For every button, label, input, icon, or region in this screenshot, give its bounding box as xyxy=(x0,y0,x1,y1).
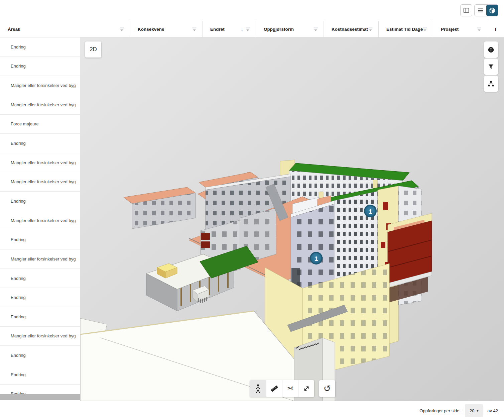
building-model-canvas[interactable]: 1 1 xyxy=(80,37,504,401)
table-row[interactable]: Endring xyxy=(0,192,80,211)
sitemap-icon xyxy=(487,80,495,88)
red-balcony xyxy=(201,241,210,248)
hamburger-icon xyxy=(477,7,484,14)
caret-down-icon: ▾ xyxy=(477,409,478,413)
fit-extents-button[interactable] xyxy=(298,380,314,397)
column-header-arsak[interactable]: Årsak xyxy=(0,21,130,37)
scissors-icon: ✂ xyxy=(287,385,293,392)
expand-arrows-icon xyxy=(303,385,310,392)
table-row[interactable]: Endring xyxy=(0,288,80,307)
table-row[interactable]: Endring xyxy=(0,134,80,153)
page-size-value: 20 xyxy=(470,408,474,413)
filter-lines-icon[interactable] xyxy=(477,27,482,31)
filter-button[interactable] xyxy=(484,59,498,75)
funnel-icon xyxy=(487,63,495,71)
column-label: I xyxy=(495,27,496,32)
viewer-bottom-toolbar: ✂ ↺ xyxy=(250,380,335,397)
table-row[interactable]: Mangler eller forsinkelser ved byg xyxy=(0,327,80,346)
column-header-endret[interactable]: Endret ↓ xyxy=(202,21,256,37)
column-header-kostnadsestimat[interactable]: Kostnadsestimat xyxy=(324,21,378,37)
split-view-button[interactable] xyxy=(460,4,472,16)
topbar xyxy=(0,0,504,21)
table-row[interactable]: Endring xyxy=(0,307,80,327)
column-label: Årsak xyxy=(8,27,20,32)
mode-2d-button[interactable]: 2D xyxy=(85,41,101,58)
sort-desc-icon[interactable]: ↓ xyxy=(241,27,244,32)
person-icon xyxy=(255,384,261,393)
column-header-konsekvens[interactable]: Konsekvens xyxy=(130,21,202,37)
table-row[interactable]: Endring xyxy=(0,365,80,385)
model-viewer: 1 1 2D xyxy=(80,37,504,401)
column-label: Estimat Tid Dage xyxy=(386,27,423,32)
table-header: Årsak Konsekvens Endret ↓ Oppgjørsform K… xyxy=(0,21,504,37)
column-header-truncated[interactable]: I xyxy=(487,21,504,37)
svg-text:1: 1 xyxy=(314,255,318,262)
column-label: Konsekvens xyxy=(138,27,164,32)
walk-tool-button[interactable] xyxy=(250,380,266,397)
model-view-button[interactable] xyxy=(486,5,498,16)
table-row[interactable]: Endring xyxy=(0,346,80,365)
info-button[interactable] xyxy=(484,41,498,58)
view-toggle xyxy=(474,4,498,16)
filter-lines-icon[interactable] xyxy=(119,27,124,31)
filter-lines-icon[interactable] xyxy=(245,27,250,31)
table-row[interactable]: Endring xyxy=(0,230,80,249)
table-row[interactable]: Mangler eller forsinkelser ved byg xyxy=(0,211,80,230)
column-label: Endret xyxy=(210,27,225,32)
rotate-ccw-icon: ↺ xyxy=(324,384,331,393)
tool-group: ✂ xyxy=(250,380,314,397)
table-row[interactable]: Mangler eller forsinkelser ved byg xyxy=(0,172,80,192)
table-row[interactable]: Endring xyxy=(0,269,80,288)
per-page-label: Oppføringer per side: xyxy=(419,408,461,413)
pagination-footer: Oppføringer per side: 20 ▾ av 42 xyxy=(0,401,504,420)
hierarchy-button[interactable] xyxy=(484,76,498,92)
svg-text:1: 1 xyxy=(369,208,372,215)
table-row[interactable]: Mangler eller forsinkelser ved byg xyxy=(0,249,80,269)
total-count: av 42 xyxy=(487,408,498,413)
filter-lines-icon[interactable] xyxy=(313,27,318,31)
column-label: Prosjekt xyxy=(441,27,459,32)
list-view-button[interactable] xyxy=(475,5,486,16)
ruler-icon xyxy=(270,385,278,393)
model-marker-2[interactable]: 1 xyxy=(310,252,323,265)
info-icon xyxy=(487,46,495,54)
viewer-side-tools xyxy=(484,41,498,92)
page-size-select[interactable]: 20 ▾ xyxy=(465,404,483,417)
column-label: Kostnadsestimat xyxy=(332,27,368,32)
measure-tool-button[interactable] xyxy=(266,380,282,397)
table-row[interactable]: Force majeure xyxy=(0,115,80,134)
arsak-rows-panel: Endring Endring Mangler eller forsinkels… xyxy=(0,37,80,394)
model-marker-1[interactable]: 1 xyxy=(364,205,377,217)
table-row[interactable]: Endring xyxy=(0,37,80,57)
horizontal-scrollbar xyxy=(0,394,80,400)
bim-project-app: Årsak Konsekvens Endret ↓ Oppgjørsform K… xyxy=(0,0,504,420)
column-header-oppgjorsform[interactable]: Oppgjørsform xyxy=(256,21,324,37)
scrollbar-thumb[interactable] xyxy=(0,394,80,400)
cube-3d-icon xyxy=(488,7,496,14)
column-header-prosjekt[interactable]: Prosjekt xyxy=(433,21,487,37)
filter-lines-icon[interactable] xyxy=(422,27,427,31)
table-row[interactable]: Endring xyxy=(0,385,80,394)
column-split-icon xyxy=(462,6,470,14)
filter-lines-icon[interactable] xyxy=(368,27,373,31)
column-label: Oppgjørsform xyxy=(264,27,294,32)
reset-view-button[interactable]: ↺ xyxy=(319,380,335,397)
table-row[interactable]: Endring xyxy=(0,57,80,76)
section-tool-button[interactable]: ✂ xyxy=(282,380,298,397)
filter-lines-icon[interactable] xyxy=(192,27,197,31)
table-row[interactable]: Mangler eller forsinkelser ved byg xyxy=(0,153,80,173)
table-row[interactable]: Mangler eller forsinkelser ved byg xyxy=(0,76,80,95)
column-header-estimat-tid[interactable]: Estimat Tid Dage xyxy=(378,21,433,37)
table-row[interactable]: Mangler eller forsinkelser ved byg xyxy=(0,95,80,115)
red-balcony xyxy=(201,233,210,240)
